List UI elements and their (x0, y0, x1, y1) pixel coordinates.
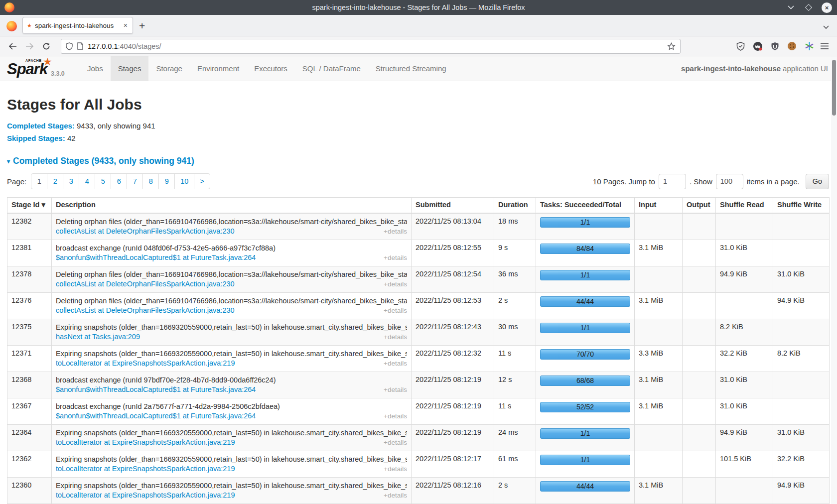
nav-item-storage[interactable]: Storage (148, 56, 190, 81)
details-toggle[interactable]: +details (384, 306, 407, 315)
submitted-cell: 2022/11/25 08:12:54 (412, 266, 494, 292)
table-row: 12367 broadcast exchange (runId 2a75677f… (7, 398, 830, 424)
page-button-8[interactable]: 8 (142, 173, 159, 189)
nav-item-environment[interactable]: Environment (190, 56, 247, 81)
stage-detail-link[interactable]: toLocalIterator at ExpireSnapshotsSparkA… (56, 491, 235, 500)
details-toggle[interactable]: +details (384, 491, 407, 500)
column-header-stage-id[interactable]: Stage Id ▾ (7, 198, 52, 213)
nav-item-stages[interactable]: Stages (111, 56, 149, 81)
items-per-page-input[interactable] (716, 174, 743, 189)
reload-button[interactable] (40, 40, 53, 53)
shuffle-read-cell: 101.5 KiB (716, 451, 773, 477)
privacy-mask-extension-icon[interactable] (753, 41, 763, 51)
details-toggle[interactable]: +details (384, 227, 407, 236)
input-cell: 3.1 MiB (635, 240, 683, 266)
new-tab-button[interactable]: + (139, 21, 145, 31)
stage-description: Deleting orphan files (older_than=166910… (56, 217, 407, 227)
column-header-description[interactable]: Description (52, 198, 412, 213)
tasks-progress-bar: 70/70 (540, 349, 630, 360)
shuffle-write-cell: 8.2 KiB (773, 345, 830, 372)
duration-cell: 2 s (494, 292, 536, 319)
ublock-extension-icon[interactable] (771, 42, 779, 51)
tasks-progress-label: 1/1 (580, 429, 590, 437)
browser-tab[interactable]: ★ spark-ingest-into-lakehous × (22, 17, 133, 34)
details-toggle[interactable]: +details (384, 279, 407, 289)
column-header-submitted[interactable]: Submitted (412, 198, 494, 213)
stage-detail-link[interactable]: toLocalIterator at ExpireSnapshotsSparkA… (56, 359, 235, 368)
shuffle-write-cell: 32.2 KiB (773, 451, 830, 477)
page-button-4[interactable]: 4 (79, 173, 95, 189)
details-toggle[interactable]: +details (384, 253, 407, 262)
stage-detail-link[interactable]: toLocalIterator at ExpireSnapshotsSparkA… (56, 464, 235, 474)
shield-check-extension-icon[interactable] (736, 42, 745, 51)
page-button-10[interactable]: 10 (174, 173, 194, 189)
completed-stages-section-header[interactable]: ▾ Completed Stages (9433, only showing 9… (7, 156, 829, 166)
nav-item-executors[interactable]: Executors (247, 56, 295, 81)
stage-id-cell: 12360 (7, 477, 52, 504)
menu-icon[interactable] (818, 40, 831, 53)
tasks-progress-bar: 1/1 (540, 455, 630, 465)
tasks-progress-bar: 1/1 (540, 270, 630, 280)
page-button-7[interactable]: 7 (127, 173, 143, 189)
column-header-output[interactable]: Output (683, 198, 716, 213)
column-header-duration[interactable]: Duration (494, 198, 536, 213)
nav-item-structured-streaming[interactable]: Structured Streaming (368, 56, 454, 81)
column-header-tasks-succeeded-total[interactable]: Tasks: Succeeded/Total (536, 198, 635, 213)
submitted-cell: 2022/11/25 08:12:55 (412, 240, 494, 266)
completed-stages-link[interactable]: Completed Stages: (7, 122, 75, 130)
window-close-button[interactable]: × (822, 2, 832, 13)
forward-button[interactable] (23, 40, 36, 53)
details-toggle[interactable]: +details (384, 359, 407, 368)
column-header-shuffle-write[interactable]: Shuffle Write (773, 198, 830, 213)
stage-detail-link[interactable]: collectAsList at DeleteOrphanFilesSparkA… (56, 227, 235, 236)
details-toggle[interactable]: +details (384, 411, 407, 421)
page-button-1[interactable]: 1 (31, 173, 47, 189)
snowflake-extension-icon[interactable] (805, 41, 814, 51)
stage-detail-link[interactable]: toLocalIterator at ExpireSnapshotsSparkA… (56, 438, 235, 447)
details-toggle[interactable]: +details (384, 332, 407, 342)
page-button-3[interactable]: 3 (63, 173, 79, 189)
page-button-6[interactable]: 6 (111, 173, 127, 189)
skipped-stages-link[interactable]: Skipped Stages: (7, 134, 65, 142)
page-button-2[interactable]: 2 (47, 173, 63, 189)
stage-detail-link[interactable]: $anonfun$withThreadLocalCaptured$1 at Fu… (56, 385, 256, 394)
jump-to-page-input[interactable] (659, 174, 686, 189)
window-maximize-button[interactable] (804, 2, 814, 12)
stage-detail-link[interactable]: $anonfun$withThreadLocalCaptured$1 at Fu… (56, 411, 256, 421)
nav-item-jobs[interactable]: Jobs (80, 56, 111, 81)
shuffle-write-cell: 94.9 KiB (773, 292, 830, 319)
scrollbar-thumb[interactable] (832, 60, 836, 116)
window-minimize-button[interactable] (786, 2, 796, 12)
tracking-shield-icon[interactable] (66, 42, 73, 50)
stage-detail-link[interactable]: $anonfun$withThreadLocalCaptured$1 at Fu… (56, 253, 256, 262)
scrollbar-track[interactable] (831, 56, 837, 504)
column-header-input[interactable]: Input (635, 198, 683, 213)
details-toggle[interactable]: +details (384, 385, 407, 394)
url-text[interactable]: 127.0.0.1:4040/stages/ (88, 42, 667, 50)
description-cell: broadcast exchange (runId 97bdf70e-2f28-… (52, 372, 412, 398)
firefox-icon[interactable] (6, 21, 17, 31)
spark-logo[interactable]: APACHE Spark ★ 3.3.0 (7, 56, 71, 81)
details-toggle[interactable]: +details (384, 464, 407, 474)
stage-detail-link[interactable]: hasNext at Tasks.java:209 (56, 332, 140, 342)
page-button-9[interactable]: 9 (158, 173, 175, 189)
stage-detail-link[interactable]: collectAsList at DeleteOrphanFilesSparkA… (56, 279, 235, 289)
column-header-shuffle-read[interactable]: Shuffle Read (716, 198, 773, 213)
page-info-icon[interactable] (77, 42, 83, 50)
nav-item-sql-dataframe[interactable]: SQL / DataFrame (295, 56, 368, 81)
submitted-cell: 2022/11/25 08:13:04 (412, 213, 494, 240)
stages-table-header-row: Stage Id ▾DescriptionSubmittedDurationTa… (7, 198, 830, 213)
url-bar[interactable]: 127.0.0.1:4040/stages/ (61, 39, 681, 54)
back-button[interactable] (6, 40, 19, 53)
page-next-button[interactable]: > (194, 173, 210, 189)
tab-close-icon[interactable]: × (123, 21, 129, 29)
details-toggle[interactable]: +details (384, 438, 407, 447)
page-button-5[interactable]: 5 (95, 173, 111, 189)
go-button[interactable]: Go (806, 174, 829, 189)
browser-tabbar: ★ spark-ingest-into-lakehous × + (0, 15, 837, 36)
list-tabs-chevron-icon[interactable] (823, 25, 829, 29)
shuffle-write-cell: 94.9 KiB (773, 477, 830, 504)
cookie-extension-icon[interactable] (787, 41, 797, 51)
stage-detail-link[interactable]: collectAsList at DeleteOrphanFilesSparkA… (56, 306, 235, 315)
bookmark-star-icon[interactable] (667, 42, 676, 50)
